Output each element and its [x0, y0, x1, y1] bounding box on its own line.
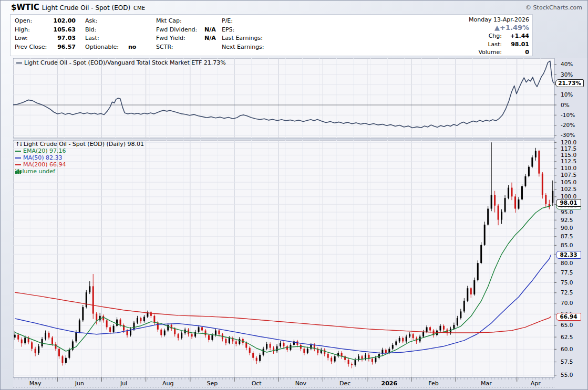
- symbol: $WTIC: [11, 3, 39, 12]
- svg-text:10%: 10%: [561, 91, 573, 98]
- candlestick-icon: ↑↓: [15, 141, 22, 147]
- svg-text:-10%: -10%: [561, 112, 575, 118]
- svg-text:110.0: 110.0: [561, 165, 576, 171]
- quote-col-bidask: Ask: Bid: Last: Optionable:no: [85, 17, 136, 51]
- svg-text:Sep: Sep: [207, 380, 218, 387]
- volume-icon: [15, 169, 21, 174]
- svg-text:-20%: -20%: [561, 122, 575, 128]
- stockcharts-chart: $WTICLight Crude Oil - Spot (EOD)CME © S…: [0, 0, 588, 390]
- quote-row: Mkt Cap:: [156, 17, 216, 26]
- quote-date: Monday 13-Apr-2026: [429, 16, 529, 24]
- quote-row: EPS:: [222, 26, 264, 35]
- quote-row: Fwd Dividend:N/A: [156, 26, 216, 35]
- quote-row: Low:97.03: [15, 34, 76, 43]
- ratio-value-callout: 21.73%: [555, 79, 584, 87]
- svg-text:May: May: [29, 380, 42, 387]
- svg-text:Nov: Nov: [295, 380, 307, 387]
- price-chart-svg: 55.057.560.062.565.067.570.072.575.077.5…: [13, 139, 588, 390]
- svg-text:80.0: 80.0: [561, 260, 573, 266]
- chart-title: $WTICLight Crude Oil - Spot (EOD)CME: [11, 3, 145, 12]
- svg-text:77.5: 77.5: [561, 269, 573, 276]
- copyright: © StockCharts.com: [525, 4, 582, 11]
- quote-row: Ask:: [85, 17, 136, 26]
- ma50-value-callout: 82.33: [556, 251, 581, 259]
- legend-volume: Volume undef: [15, 168, 144, 175]
- svg-text:65.0: 65.0: [561, 322, 573, 328]
- svg-text:-30%: -30%: [561, 132, 575, 138]
- legend-ma200: MA(200) 66.94: [15, 161, 144, 168]
- ma200-value-callout: 66.94: [556, 313, 581, 321]
- svg-text:102.5: 102.5: [561, 186, 576, 192]
- svg-text:85.0: 85.0: [561, 242, 573, 248]
- exchange: CME: [133, 5, 145, 11]
- legend-ma50: MA(50) 82.33: [15, 154, 144, 161]
- quote-col-earnings: P/E: EPS: Last Earnings: Next Earnings:: [222, 17, 264, 51]
- svg-text:112.5: 112.5: [561, 158, 576, 164]
- up-arrow-icon: ▲: [494, 24, 500, 31]
- svg-text:57.5: 57.5: [561, 359, 573, 365]
- svg-text:Oct: Oct: [252, 380, 262, 387]
- svg-text:Jul: Jul: [120, 380, 127, 387]
- svg-text:75.0: 75.0: [561, 279, 573, 286]
- svg-text:87.5: 87.5: [561, 233, 573, 239]
- svg-text:Apr: Apr: [531, 380, 541, 387]
- svg-text:105.0: 105.0: [561, 179, 576, 185]
- svg-text:Feb: Feb: [428, 380, 438, 387]
- ratio-legend: Light Crude Oil - Spot (EOD)/Vanguard To…: [16, 59, 226, 66]
- quote-row: Open:102.00: [15, 17, 76, 26]
- svg-text:62.5: 62.5: [561, 334, 573, 340]
- svg-text:55.0: 55.0: [561, 372, 573, 378]
- volume-row: Volume:0: [429, 48, 529, 57]
- quote-row: Prev Close:96.57: [15, 43, 76, 52]
- change-panel: Monday 13-Apr-2026 ▲+1.49% Chg:+1.44 Las…: [429, 16, 529, 57]
- price-legend: ↑↓Light Crude Oil - Spot (EOD) (Daily) 9…: [15, 141, 144, 175]
- svg-text:117.5: 117.5: [561, 145, 576, 152]
- line-swatch-icon: [15, 157, 21, 159]
- quote-row: Next Earnings:: [222, 43, 264, 52]
- line-swatch-icon: [16, 62, 22, 64]
- quote-row: Last:: [85, 34, 136, 43]
- quote-row: Fwd Yield:N/A: [156, 34, 216, 43]
- svg-text:107.5: 107.5: [561, 172, 576, 178]
- quote-row: High:105.63: [15, 26, 76, 35]
- svg-text:Jun: Jun: [75, 380, 84, 387]
- quote-col-fundamentals: Mkt Cap: Fwd Dividend:N/A Fwd Yield:N/A …: [156, 17, 216, 51]
- quote-row: Last Earnings:: [222, 34, 264, 43]
- line-swatch-icon: [15, 151, 21, 152]
- quote-panel: Open:102.00 High:105.63 Low:97.03 Prev C…: [10, 14, 533, 56]
- svg-text:30%: 30%: [561, 71, 573, 78]
- svg-text:90.0: 90.0: [561, 225, 573, 231]
- svg-text:Mar: Mar: [481, 380, 492, 387]
- svg-text:115.0: 115.0: [561, 152, 576, 158]
- svg-text:72.5: 72.5: [561, 289, 573, 296]
- svg-text:70.0: 70.0: [561, 300, 573, 306]
- chg-row: Chg:+1.44: [429, 32, 529, 40]
- svg-text:92.5: 92.5: [561, 217, 573, 223]
- svg-text:40%: 40%: [561, 61, 573, 67]
- quote-row: SCTR:: [156, 43, 216, 52]
- quote-row: P/E:: [222, 17, 264, 26]
- percent-change: ▲+1.49%: [429, 24, 529, 32]
- last-price-callout: 98.01: [556, 199, 581, 207]
- quote-row: Optionable:no: [85, 43, 136, 52]
- legend-symbol: ↑↓Light Crude Oil - Spot (EOD) (Daily) 9…: [15, 141, 144, 147]
- legend-ema20: EMA(20) 97.16: [15, 147, 144, 154]
- line-swatch-icon: [15, 164, 21, 165]
- ratio-legend-label: Light Crude Oil - Spot (EOD)/Vanguard To…: [24, 59, 226, 66]
- svg-text:95.0: 95.0: [561, 209, 573, 215]
- svg-text:0%: 0%: [561, 102, 570, 108]
- svg-text:Aug: Aug: [162, 380, 173, 387]
- svg-text:60.0: 60.0: [561, 346, 573, 352]
- quote-col-ohlc: Open:102.00 High:105.63 Low:97.03 Prev C…: [15, 17, 76, 51]
- svg-text:2026: 2026: [381, 380, 398, 387]
- last-row: Last:98.01: [429, 40, 529, 49]
- svg-text:120.0: 120.0: [561, 139, 576, 145]
- svg-text:Dec: Dec: [339, 380, 350, 387]
- quote-row: Bid:: [85, 26, 136, 35]
- symbol-name: Light Crude Oil - Spot (EOD): [42, 4, 130, 12]
- ratio-chart-svg: 40%30%20%10%0%-10%-20%-30%: [13, 58, 588, 139]
